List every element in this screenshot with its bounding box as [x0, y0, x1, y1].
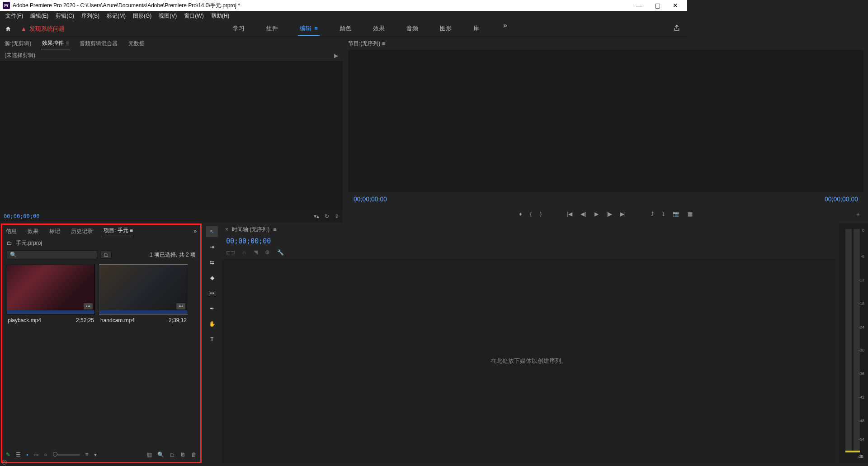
- panel-menu-icon[interactable]: ≡: [382, 40, 385, 47]
- chevron-right-icon: ▶: [334, 52, 338, 59]
- timeline-timecode[interactable]: 00;00;00;00: [222, 235, 687, 247]
- step-back-button[interactable]: ◀|: [580, 211, 586, 217]
- step-forward-button[interactable]: |▶: [607, 211, 612, 217]
- source-timecode[interactable]: 00;00;00;00: [4, 213, 39, 219]
- track-select-tool[interactable]: ⇥: [206, 242, 218, 252]
- add-marker-icon[interactable]: ◥: [254, 249, 258, 256]
- effect-controls-area: [0, 62, 343, 210]
- bin-icon: 🗀: [7, 240, 12, 246]
- pen-tool[interactable]: ✒: [206, 303, 218, 314]
- workspace-tab-assembly[interactable]: 组件: [264, 22, 280, 36]
- tab-effects[interactable]: 效果: [28, 228, 38, 235]
- filter-icon[interactable]: ▾▴: [314, 213, 319, 219]
- clip-item[interactable]: ••• handcam.mp4 2;39;12: [99, 265, 188, 326]
- go-to-in-button[interactable]: |◀: [567, 211, 572, 217]
- share-icon: [674, 25, 680, 31]
- wrench-icon[interactable]: 🔧: [277, 249, 284, 256]
- menu-clip[interactable]: 剪辑(C): [52, 11, 78, 21]
- clip-selector[interactable]: (未选择剪辑) ▶: [0, 50, 343, 62]
- linked-selection-icon[interactable]: ∩: [242, 249, 246, 256]
- project-search-input[interactable]: 🔍: [7, 250, 97, 259]
- project-panel: 信息 效果 标记 历史记录 项目: 手元 ≡ » 🗀 手元.prproj 🔍 🗀…: [1, 223, 202, 366]
- export-frame-icon[interactable]: ⇪: [335, 213, 339, 219]
- workspace-overflow-button[interactable]: »: [499, 22, 512, 36]
- slip-tool[interactable]: |⇔|: [206, 288, 218, 299]
- mark-in-button[interactable]: {: [530, 211, 532, 217]
- window-close-button[interactable]: ✕: [666, 0, 684, 11]
- selection-count: 1 项已选择, 共 2 项: [150, 251, 196, 259]
- snap-icon[interactable]: ⊏⊐: [226, 249, 235, 256]
- workspace-tab-color[interactable]: 颜色: [338, 22, 353, 36]
- menu-graphics[interactable]: 图形(G): [129, 11, 155, 21]
- tab-markers[interactable]: 标记: [49, 228, 60, 235]
- system-warning[interactable]: ▲ 发现系统问题: [16, 25, 69, 33]
- selection-tool[interactable]: ↖: [206, 226, 218, 237]
- tab-metadata[interactable]: 元数据: [127, 38, 146, 49]
- tab-project[interactable]: 项目: 手元 ≡: [104, 227, 133, 236]
- tab-source[interactable]: 源:(无剪辑): [4, 38, 32, 49]
- lift-button[interactable]: ⤴: [651, 211, 654, 217]
- menu-sequence[interactable]: 序列(S): [78, 11, 103, 21]
- workspace-tab-editing[interactable]: 编辑≡: [298, 22, 320, 36]
- panel-menu-icon[interactable]: ≡: [66, 40, 69, 46]
- share-button[interactable]: [674, 25, 680, 33]
- razor-tool[interactable]: ◆: [206, 272, 218, 283]
- panel-menu-icon[interactable]: ≡: [130, 227, 133, 233]
- workspace-bar: ▲ 发现系统问题 学习 组件 编辑≡ 颜色 效果 音频 图形 库 »: [0, 21, 687, 37]
- ripple-edit-tool[interactable]: ⇆: [206, 257, 218, 268]
- project-file-name: 手元.prproj: [16, 239, 42, 247]
- timeline-settings-icon[interactable]: ⚙: [265, 249, 270, 256]
- timeline-header-icons: ⊏⊐ ∩ ◥ ⚙ 🔧: [222, 247, 687, 258]
- workspace-tab-effects[interactable]: 效果: [371, 22, 387, 36]
- source-panel: 源:(无剪辑) 效果控件≡ 音频剪辑混合器 元数据 (未选择剪辑) ▶ 00;0…: [0, 37, 343, 223]
- play-button[interactable]: ▶: [594, 211, 599, 217]
- menu-view[interactable]: 视图(V): [155, 11, 180, 21]
- go-to-out-button[interactable]: ▶|: [620, 211, 626, 217]
- loop-icon[interactable]: ↻: [325, 213, 329, 219]
- hand-tool[interactable]: ✋: [206, 319, 218, 329]
- type-tool[interactable]: T: [206, 334, 218, 345]
- tab-audio-clip-mixer[interactable]: 音频剪辑混合器: [79, 38, 118, 49]
- tab-info[interactable]: 信息: [6, 228, 17, 235]
- home-button[interactable]: [0, 26, 16, 32]
- window-minimize-button[interactable]: —: [630, 0, 648, 11]
- window-maximize-button[interactable]: ▢: [648, 0, 666, 11]
- panel-menu-icon: ≡: [314, 25, 318, 32]
- clip-item[interactable]: ••• playback.mp4 2;52;25: [7, 265, 95, 326]
- source-panel-tabs: 源:(无剪辑) 效果控件≡ 音频剪辑混合器 元数据: [0, 37, 343, 50]
- search-bin-button[interactable]: 🗀: [101, 251, 112, 259]
- clip-thumbnail[interactable]: •••: [7, 265, 95, 314]
- panel-menu-icon[interactable]: ≡: [273, 226, 276, 233]
- menu-edit[interactable]: 编辑(E): [27, 11, 52, 21]
- warning-text: 发现系统问题: [29, 25, 65, 33]
- tab-timeline[interactable]: 时间轴:(无序列): [232, 226, 269, 233]
- app-icon: Pr: [3, 2, 10, 9]
- clip-scrub-bar[interactable]: [100, 310, 187, 314]
- timeline-drop-area[interactable]: 在此处放下媒体以创建序列。: [222, 259, 687, 366]
- tabs-overflow-button[interactable]: »: [193, 228, 197, 234]
- export-frame-button[interactable]: 📷: [673, 211, 679, 217]
- mark-out-button[interactable]: }: [540, 211, 542, 217]
- clip-thumbnail[interactable]: •••: [99, 265, 188, 314]
- tab-program[interactable]: 节目:(无序列) ≡: [348, 40, 385, 48]
- menu-file[interactable]: 文件(F): [2, 11, 27, 21]
- program-timecode-left[interactable]: 00;00;00;00: [354, 195, 387, 203]
- program-monitor: [348, 50, 687, 192]
- audio-badge-icon: •••: [84, 303, 93, 309]
- tab-effect-controls[interactable]: 效果控件≡: [41, 38, 70, 49]
- tab-history[interactable]: 历史记录: [71, 228, 93, 235]
- menu-marker[interactable]: 标记(M): [103, 11, 129, 21]
- workspace-tab-libraries[interactable]: 库: [472, 22, 481, 36]
- clip-scrub-bar[interactable]: [7, 310, 94, 314]
- workspace-tab-graphics[interactable]: 图形: [438, 22, 453, 36]
- project-clips-grid: ••• playback.mp4 2;52;25 ••• handcam.mp4…: [2, 261, 200, 330]
- timeline-panel: × 时间轴:(无序列) ≡ 00;00;00;00 ⊏⊐ ∩ ◥ ⚙ 🔧 在此处…: [222, 223, 687, 366]
- add-marker-button[interactable]: ♦: [519, 211, 522, 217]
- menu-window[interactable]: 窗口(W): [180, 11, 207, 21]
- extract-button[interactable]: ⤵: [662, 211, 665, 217]
- menu-help[interactable]: 帮助(H): [208, 11, 233, 21]
- folder-search-icon: 🗀: [104, 252, 109, 258]
- workspace-tab-audio[interactable]: 音频: [405, 22, 420, 36]
- close-tab-icon[interactable]: ×: [225, 226, 228, 233]
- workspace-tab-learn[interactable]: 学习: [231, 22, 246, 36]
